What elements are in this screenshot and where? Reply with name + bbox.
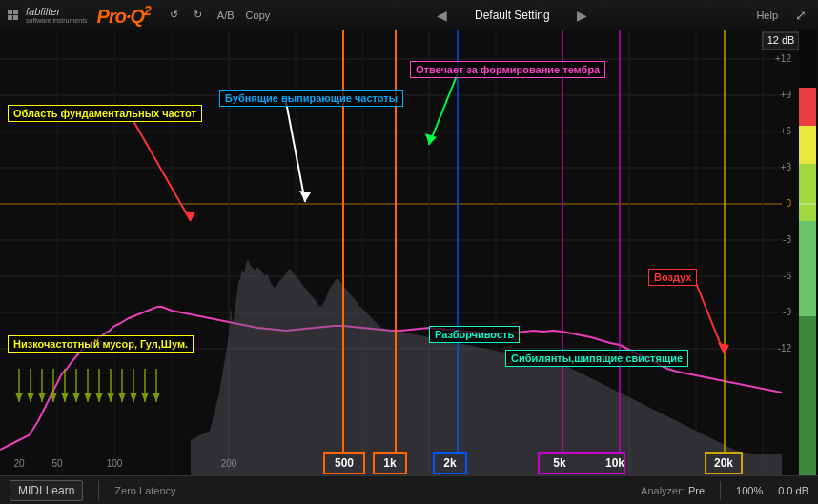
svg-text:-6: -6 [783, 271, 791, 281]
svg-text:200: 200 [221, 458, 237, 469]
svg-text:100: 100 [107, 458, 123, 469]
svg-marker-50 [95, 393, 103, 402]
brand-text: fabfilter software instruments [26, 7, 88, 24]
logo-dot [13, 10, 18, 14]
svg-marker-40 [38, 393, 46, 402]
svg-text:+6: +6 [781, 126, 792, 136]
svg-text:50: 50 [51, 458, 63, 469]
annotation-clarity: Разборчивость [429, 326, 520, 343]
topbar: fabfilter software instruments Pro·Q2 ↺ … [0, 0, 818, 30]
svg-marker-42 [50, 393, 57, 402]
copy-button[interactable]: Copy [242, 8, 275, 23]
svg-text:+9: +9 [781, 90, 792, 100]
fullscreen-button[interactable]: ⤢ [791, 6, 810, 25]
svg-rect-102 [799, 88, 816, 126]
svg-marker-58 [141, 393, 149, 402]
preset-next-button[interactable]: ▶ [573, 8, 591, 23]
midi-learn-button[interactable]: MIDI Learn [10, 480, 83, 501]
analyzer-label: Analyzer: [641, 485, 685, 496]
svg-text:20: 20 [13, 458, 25, 469]
product-logo: Pro·Q2 [97, 3, 151, 28]
svg-marker-38 [27, 393, 34, 402]
svg-line-27 [429, 73, 458, 145]
svg-rect-80 [763, 32, 799, 50]
svg-text:-80: -80 [804, 433, 816, 442]
svg-text:0: 0 [786, 198, 791, 209]
preset-section: ◀ Default Setting ▶ [281, 8, 743, 23]
svg-text:-9: -9 [783, 307, 791, 317]
preset-prev-button[interactable]: ◀ [433, 8, 451, 23]
gain-value[interactable]: 0.0 dB [778, 485, 808, 496]
svg-marker-56 [130, 393, 137, 402]
preset-name[interactable]: Default Setting [455, 9, 569, 22]
svg-text:-10: -10 [804, 51, 816, 61]
annotation-timbre: Отвечает за формирование тембра [410, 61, 605, 78]
svg-rect-97 [799, 30, 816, 475]
zoom-value[interactable]: 100% [736, 485, 763, 496]
svg-rect-90 [434, 453, 466, 474]
topbar-controls: ↺ ↻ A/B Copy ◀ Default Setting ▶ Help ⤢ [166, 6, 810, 25]
svg-rect-88 [374, 453, 406, 474]
svg-marker-36 [15, 393, 23, 402]
svg-marker-52 [107, 393, 114, 402]
svg-text:-90: -90 [804, 461, 816, 471]
svg-rect-92 [539, 453, 624, 474]
svg-marker-48 [84, 393, 92, 402]
svg-rect-99 [799, 221, 816, 316]
svg-line-33 [696, 283, 725, 354]
svg-marker-46 [72, 393, 80, 402]
logo-grid [8, 10, 18, 20]
svg-text:5k: 5k [553, 456, 566, 470]
svg-text:-30: -30 [804, 166, 816, 175]
svg-text:+12: +12 [775, 53, 791, 64]
logo-dot [13, 15, 18, 20]
redo-button[interactable]: ↻ [190, 7, 206, 23]
fabfilter-name: fabfilter [26, 7, 88, 17]
svg-text:1k: 1k [383, 456, 397, 470]
latency-label: Zero Latency [114, 485, 175, 496]
svg-rect-95 [706, 453, 742, 474]
svg-rect-86 [324, 453, 364, 474]
annotation-fundamentals: Область фундаментальных частот [8, 105, 202, 122]
svg-marker-32 [184, 211, 195, 221]
fabfilter-subtitle: software instruments [26, 17, 88, 24]
logo-dot [8, 10, 12, 14]
svg-line-31 [133, 121, 191, 221]
svg-marker-44 [61, 393, 69, 402]
svg-text:12 dB: 12 dB [767, 34, 795, 46]
svg-text:+3: +3 [781, 162, 792, 172]
svg-rect-101 [799, 126, 816, 164]
annotation-boomy: Бубнящие выпирающие частоты [219, 90, 403, 107]
svg-text:500: 500 [335, 456, 354, 470]
svg-text:-50: -50 [804, 280, 816, 290]
analyzer-value[interactable]: Pre [688, 485, 705, 496]
svg-text:10k: 10k [605, 456, 624, 470]
svg-text:-60: -60 [804, 337, 816, 347]
svg-text:20k: 20k [714, 456, 733, 470]
svg-marker-34 [718, 343, 729, 354]
analyzer-section: Analyzer: Pre [641, 485, 705, 496]
svg-text:-40: -40 [804, 223, 816, 232]
ab-button[interactable]: A/B [214, 8, 238, 23]
svg-marker-60 [153, 393, 160, 402]
logo-dot [8, 15, 12, 20]
svg-text:-70: -70 [804, 394, 816, 404]
help-button[interactable]: Help [750, 8, 784, 23]
svg-text:-3: -3 [783, 234, 791, 245]
bottombar: MIDI Learn Zero Latency Analyzer: Pre 10… [0, 475, 818, 504]
svg-text:-12: -12 [778, 343, 792, 353]
svg-text:-20: -20 [804, 109, 816, 118]
ab-section: A/B Copy [214, 8, 274, 23]
svg-line-29 [286, 102, 305, 202]
svg-rect-100 [799, 164, 816, 221]
svg-marker-28 [425, 133, 437, 145]
annotation-sibilance: Сибилянты,шипящие свистящие [505, 350, 688, 367]
svg-rect-98 [799, 316, 816, 475]
eq-svg-overlay: +12 +9 +6 +3 0 -3 -6 -9 -12 -9.2 -10 -20… [0, 30, 818, 475]
svg-marker-54 [118, 393, 126, 402]
undo-button[interactable]: ↺ [166, 7, 182, 23]
annotation-noise: Низкочастотный мусор, Гул,Шум. [8, 335, 194, 353]
logo-area: fabfilter software instruments Pro·Q2 [8, 3, 151, 28]
svg-text:-9.2: -9.2 [801, 34, 816, 44]
eq-display-area[interactable]: +12 +9 +6 +3 0 -3 -6 -9 -12 -9.2 -10 -20… [0, 30, 818, 475]
